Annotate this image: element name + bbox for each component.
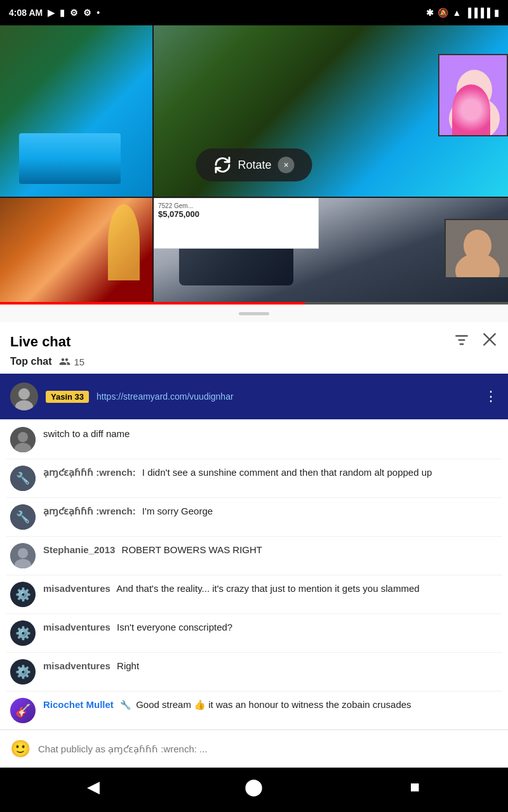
viewer-count: 15 bbox=[74, 357, 84, 367]
msg-avatar-1: 🔧 bbox=[10, 466, 36, 491]
msg-text-4: And that's the reality... it's crazy tha… bbox=[116, 583, 419, 594]
chat-message-0: switch to a diff name bbox=[6, 421, 502, 459]
rotate-icon bbox=[213, 156, 231, 174]
rotate-label: Rotate bbox=[237, 159, 271, 172]
status-right: ✱ 🔕 ▲ ▐▐▐▐ ▮ bbox=[426, 8, 499, 18]
pinned-username-badge: Yasin 33 bbox=[46, 391, 89, 403]
live-chat-section: Live chat Top chat bbox=[0, 322, 508, 768]
navigation-bar: ◀ ⬤ ■ bbox=[0, 768, 508, 806]
listing-address: 7522 Gem... bbox=[158, 202, 314, 209]
msg-username-1: ạɱƈɛạɦɦɦ :wrench: bbox=[43, 467, 136, 478]
listing-price: $5,075,000 bbox=[158, 209, 314, 219]
top-chat-label[interactable]: Top chat bbox=[10, 356, 51, 367]
emoji-icon[interactable]: 🙂 bbox=[10, 739, 30, 759]
msg-content-5: misadventures Isn't everyone conscripted… bbox=[43, 620, 498, 635]
chat-message-4: ⚙️ misadventures And that's the reality.… bbox=[6, 575, 502, 614]
msg-content-7: Ricochet Mullet 🔧 Good stream 👍 it was a… bbox=[43, 698, 498, 712]
time-display: 4:08 AM bbox=[9, 8, 43, 18]
msg-username-3: Stephanie_2013 bbox=[43, 544, 115, 555]
chat-header: Live chat Top chat bbox=[0, 322, 508, 374]
drag-handle[interactable] bbox=[0, 304, 508, 322]
face-thumbnail-top-right bbox=[438, 54, 508, 136]
home-icon: ⬤ bbox=[244, 777, 263, 797]
recents-button[interactable]: ■ bbox=[396, 771, 434, 802]
msg-username-4: misadventures bbox=[43, 583, 110, 594]
svg-text:🔧: 🔧 bbox=[16, 510, 30, 524]
dot-icon: • bbox=[97, 8, 100, 18]
drag-pill bbox=[239, 312, 269, 315]
chat-message-3: Stephanie_2013 ROBERT BOWERS WAS RIGHT bbox=[6, 537, 502, 575]
pinned-link[interactable]: https://streamyard.com/vuudignhar bbox=[97, 391, 234, 402]
msg-text-5: Isn't everyone conscripted? bbox=[117, 622, 232, 632]
msg-username-6: misadventures bbox=[43, 660, 110, 671]
signal-icon: ▐▐▐▐ bbox=[465, 8, 490, 18]
bluetooth-icon: ✱ bbox=[426, 8, 434, 18]
mute-icon: 🔕 bbox=[438, 8, 448, 18]
rotate-button[interactable]: Rotate × bbox=[196, 148, 312, 181]
msg-avatar-4: ⚙️ bbox=[10, 582, 36, 607]
pinned-banner: Yasin 33 https://streamyard.com/vuudignh… bbox=[0, 374, 508, 419]
video-cell-1[interactable] bbox=[0, 25, 152, 197]
msg-content-6: misadventures Right bbox=[43, 659, 498, 674]
svg-point-1 bbox=[457, 70, 492, 110]
msg-content-1: ạɱƈɛạɦɦɦ :wrench: I didn't see a sunshin… bbox=[43, 466, 498, 480]
msg-avatar-3 bbox=[10, 543, 36, 568]
msg-avatar-7: 🎸 bbox=[10, 698, 36, 723]
close-chat-icon[interactable] bbox=[481, 331, 498, 352]
settings-icon: ⚙ bbox=[70, 8, 78, 18]
filter-icon[interactable] bbox=[453, 332, 470, 352]
msg-text-6: Right bbox=[117, 660, 139, 671]
face-thumbnail-bottom-right bbox=[444, 219, 508, 276]
msg-content-0: switch to a diff name bbox=[43, 427, 498, 442]
wifi-icon: ▲ bbox=[452, 8, 461, 18]
svg-point-12 bbox=[18, 388, 30, 400]
pinned-avatar bbox=[10, 383, 38, 410]
msg-text-3: ROBERT BOWERS WAS RIGHT bbox=[122, 544, 262, 555]
video-progress-bar[interactable] bbox=[0, 302, 508, 304]
svg-point-15 bbox=[18, 432, 28, 442]
msg-text-1: I didn't see a sunshine comment and then… bbox=[142, 467, 432, 478]
status-left: 4:08 AM ▶ ▮ ⚙ ⚙ • bbox=[9, 8, 100, 18]
home-button[interactable]: ⬤ bbox=[235, 771, 273, 802]
pinned-more-icon[interactable]: ⋮ bbox=[484, 388, 498, 405]
chat-messages-list: switch to a diff name 🔧 ạɱƈɛạɦɦɦ :wrench… bbox=[0, 421, 508, 730]
chat-header-icons bbox=[453, 331, 498, 352]
ricochet-tool-icon: 🔧 bbox=[120, 700, 131, 710]
chat-header-row1: Live chat bbox=[10, 331, 498, 352]
battery2-icon: ▮ bbox=[494, 8, 499, 18]
recents-icon: ■ bbox=[410, 777, 420, 797]
status-bar: 4:08 AM ▶ ▮ ⚙ ⚙ • ✱ 🔕 ▲ ▐▐▐▐ ▮ bbox=[0, 0, 508, 25]
msg-text-0: switch to a diff name bbox=[43, 428, 130, 439]
youtube-icon: ▶ bbox=[48, 8, 55, 18]
msg-text-7: Good stream 👍 it was an honour to witnes… bbox=[136, 699, 411, 710]
svg-text:🔧: 🔧 bbox=[16, 471, 30, 485]
listing-overlay: 7522 Gem... $5,075,000 bbox=[154, 198, 319, 249]
viewers-badge: 15 bbox=[59, 356, 84, 367]
chat-message-1: 🔧 ạɱƈɛạɦɦɦ :wrench: I didn't see a sunsh… bbox=[6, 459, 502, 498]
msg-avatar-5: ⚙️ bbox=[10, 620, 36, 646]
svg-point-22 bbox=[18, 548, 28, 558]
chat-header-row2: Top chat 15 bbox=[10, 356, 498, 367]
msg-content-2: ạɱƈɛạɦɦɦ :wrench: I'm sorry George bbox=[43, 504, 498, 519]
chat-message-5: ⚙️ misadventures Isn't everyone conscrip… bbox=[6, 614, 502, 653]
settings2-icon: ⚙ bbox=[83, 8, 91, 18]
msg-content-3: Stephanie_2013 ROBERT BOWERS WAS RIGHT bbox=[43, 543, 498, 558]
rotate-close-button[interactable]: × bbox=[278, 157, 295, 173]
msg-username-7: Ricochet Mullet bbox=[43, 699, 114, 710]
battery-icon: ▮ bbox=[60, 8, 65, 18]
back-button[interactable]: ◀ bbox=[74, 771, 112, 802]
chat-input[interactable] bbox=[38, 743, 498, 754]
video-cell-3[interactable] bbox=[0, 198, 152, 304]
msg-avatar-0 bbox=[10, 427, 36, 452]
msg-content-4: misadventures And that's the reality... … bbox=[43, 582, 498, 596]
close-icon: × bbox=[283, 160, 288, 170]
chat-message-7: 🎸 Ricochet Mullet 🔧 Good stream 👍 it was… bbox=[6, 691, 502, 730]
msg-username-2: ạɱƈɛạɦɦɦ :wrench: bbox=[43, 506, 136, 516]
video-area[interactable]: 7522 Gem... $5,075,000 Rotate × bbox=[0, 25, 508, 304]
chat-title: Live chat bbox=[10, 334, 70, 350]
chat-message-6: ⚙️ misadventures Right bbox=[6, 653, 502, 691]
chat-input-area: 🙂 bbox=[0, 730, 508, 768]
msg-text-2: I'm sorry George bbox=[142, 506, 213, 516]
msg-avatar-6: ⚙️ bbox=[10, 659, 36, 684]
back-icon: ◀ bbox=[87, 777, 100, 797]
